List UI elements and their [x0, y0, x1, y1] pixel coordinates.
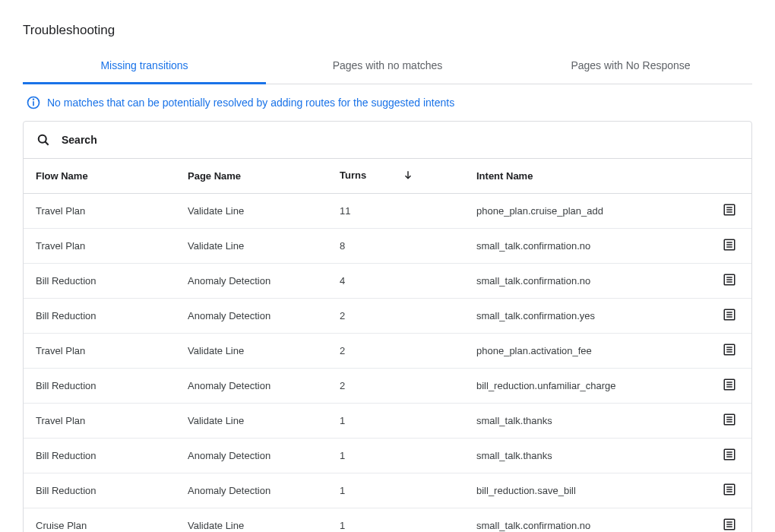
cell-intent: small_talk.confirmation.no [464, 508, 710, 532]
list-icon [723, 203, 736, 217]
info-text: No matches that can be potentially resol… [47, 97, 454, 109]
cell-flow: Bill Reduction [24, 473, 176, 508]
cell-page: Validate Line [176, 508, 327, 532]
results-card: Flow Name Page Name Turns Intent Name Tr… [23, 121, 752, 532]
table-row: Travel PlanValidate Line8small_talk.conf… [24, 229, 751, 264]
cell-turns: 2 [327, 334, 464, 369]
tab-pages-no-matches[interactable]: Pages with no matches [266, 50, 509, 84]
cell-intent: small_talk.confirmation.no [464, 264, 710, 299]
cell-intent: small_talk.thanks [464, 404, 710, 439]
cell-flow: Bill Reduction [24, 264, 176, 299]
cell-turns: 1 [327, 439, 464, 473]
tab-pages-no-response[interactable]: Pages with No Response [509, 50, 752, 84]
svg-point-2 [33, 99, 34, 100]
cell-page: Anomaly Detection [176, 299, 327, 334]
col-actions [710, 159, 751, 194]
details-button[interactable] [723, 343, 736, 356]
table-row: Travel PlanValidate Line2phone_plan.acti… [24, 334, 751, 369]
cell-flow: Travel Plan [24, 334, 176, 369]
table-row: Cruise PlanValidate Line1small_talk.conf… [24, 508, 751, 532]
details-button[interactable] [723, 203, 736, 217]
cell-turns: 4 [327, 264, 464, 299]
cell-flow: Bill Reduction [24, 369, 176, 404]
table-row: Bill ReductionAnomaly Detection1bill_red… [24, 473, 751, 508]
list-icon [723, 378, 736, 391]
cell-intent: phone_plan.activation_fee [464, 334, 710, 369]
cell-page: Anomaly Detection [176, 439, 327, 473]
details-button[interactable] [723, 378, 736, 391]
list-icon [723, 308, 736, 321]
cell-page: Validate Line [176, 404, 327, 439]
list-icon [723, 518, 736, 531]
cell-turns: 2 [327, 369, 464, 404]
svg-point-3 [39, 135, 46, 143]
info-banner: No matches that can be potentially resol… [23, 84, 752, 121]
cell-page: Validate Line [176, 194, 327, 229]
results-table: Flow Name Page Name Turns Intent Name Tr… [24, 159, 751, 532]
list-icon [723, 238, 736, 252]
cell-page: Validate Line [176, 229, 327, 264]
tab-missing-transitions[interactable]: Missing transitions [23, 50, 266, 84]
details-button[interactable] [723, 238, 736, 252]
cell-flow: Travel Plan [24, 404, 176, 439]
table-row: Bill ReductionAnomaly Detection1small_ta… [24, 439, 751, 473]
col-flow[interactable]: Flow Name [24, 159, 176, 194]
table-row: Travel PlanValidate Line1small_talk.than… [24, 404, 751, 439]
table-row: Travel PlanValidate Line11phone_plan.cru… [24, 194, 751, 229]
info-icon [26, 95, 41, 110]
cell-turns: 1 [327, 404, 464, 439]
details-button[interactable] [723, 273, 736, 287]
cell-turns: 1 [327, 508, 464, 532]
cell-intent: small_talk.confirmation.yes [464, 299, 710, 334]
col-turns-label: Turns [340, 169, 366, 181]
cell-flow: Cruise Plan [24, 508, 176, 532]
details-button[interactable] [723, 448, 736, 461]
tabs: Missing transitions Pages with no matche… [23, 50, 752, 84]
details-button[interactable] [723, 518, 736, 531]
search-icon [36, 132, 51, 147]
col-turns[interactable]: Turns [327, 159, 464, 194]
cell-flow: Bill Reduction [24, 299, 176, 334]
cell-intent: bill_reduction.unfamiliar_charge [464, 369, 710, 404]
cell-turns: 1 [327, 473, 464, 508]
sort-desc-icon [403, 169, 413, 182]
list-icon [723, 413, 736, 426]
cell-turns: 2 [327, 299, 464, 334]
search-input[interactable] [62, 134, 739, 146]
list-icon [723, 483, 736, 496]
details-button[interactable] [723, 483, 736, 496]
col-intent[interactable]: Intent Name [464, 159, 710, 194]
cell-page: Anomaly Detection [176, 369, 327, 404]
table-row: Bill ReductionAnomaly Detection4small_ta… [24, 264, 751, 299]
cell-intent: bill_reduction.save_bill [464, 473, 710, 508]
list-icon [723, 273, 736, 287]
search-row [24, 122, 751, 159]
list-icon [723, 448, 736, 461]
svg-line-4 [46, 142, 49, 145]
cell-page: Anomaly Detection [176, 264, 327, 299]
cell-flow: Travel Plan [24, 229, 176, 264]
cell-turns: 11 [327, 194, 464, 229]
cell-turns: 8 [327, 229, 464, 264]
cell-flow: Travel Plan [24, 194, 176, 229]
cell-intent: small_talk.confirmation.no [464, 229, 710, 264]
cell-intent: phone_plan.cruise_plan_add [464, 194, 710, 229]
cell-intent: small_talk.thanks [464, 439, 710, 473]
table-row: Bill ReductionAnomaly Detection2bill_red… [24, 369, 751, 404]
page-title: Troubleshooting [23, 23, 752, 38]
table-row: Bill ReductionAnomaly Detection2small_ta… [24, 299, 751, 334]
list-icon [723, 343, 736, 356]
cell-page: Validate Line [176, 334, 327, 369]
cell-page: Anomaly Detection [176, 473, 327, 508]
col-page[interactable]: Page Name [176, 159, 327, 194]
details-button[interactable] [723, 308, 736, 321]
details-button[interactable] [723, 413, 736, 426]
cell-flow: Bill Reduction [24, 439, 176, 473]
